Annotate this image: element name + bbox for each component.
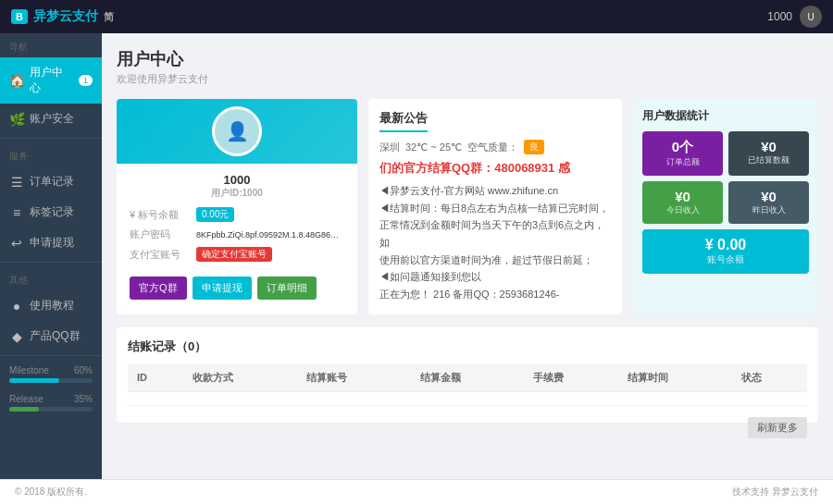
sidebar-label-tag-records: 标签记录 (30, 204, 74, 220)
order-records-button[interactable]: 订单明细 (257, 277, 317, 300)
weather-bar: 深圳 32℃ ~ 25℃ 空气质量： 良 (379, 140, 611, 154)
sidebar-label-usage-tutorial: 使用教程 (30, 298, 74, 313)
sidebar-item-usage-tutorial[interactable]: ● 使用教程 (0, 290, 102, 321)
stat-label-yesterday-income: 昨日收入 (736, 204, 802, 216)
alipay-tag[interactable]: 确定支付宝账号 (196, 247, 272, 262)
release-label: Release (9, 394, 44, 404)
page-subtitle: 欢迎使用异梦云支付 (117, 72, 818, 86)
sidebar-item-product-qq[interactable]: ◆ 产品QQ群 (0, 321, 102, 351)
qq-icon: ◆ (9, 329, 24, 344)
footer-copyright: © 2018 版权所有. (15, 486, 87, 498)
announce-line-4: ◀如问题通知接到您以 (379, 268, 611, 286)
announce-line-0: ◀异梦云支付-官方网站 www.zhifune.cn (379, 182, 611, 200)
brand-icon: B (11, 9, 28, 24)
sidebar-label-product-qq: 产品QQ群 (30, 328, 81, 344)
weather-temp: 32℃ ~ 25℃ (405, 141, 462, 154)
load-more-button[interactable]: 刷新更多 (748, 417, 807, 438)
stat-box-yesterday-income: ¥0 昨日收入 (728, 181, 809, 224)
weather-desc: 空气质量： (467, 141, 518, 154)
official-qq-button[interactable]: 官方Q群 (130, 277, 187, 300)
sidebar-section-service: 服务 (0, 142, 102, 166)
apply-icon: ↩ (9, 236, 24, 251)
col-status: 状态 (732, 364, 807, 392)
lang-label[interactable]: 简 (104, 10, 114, 24)
sidebar-item-order-records[interactable]: ☰ 订单记录 (0, 166, 102, 197)
apply-withdraw-button[interactable]: 申请提现 (193, 277, 252, 300)
coin-count: 1000 (767, 10, 792, 23)
sidebar-label-apply: 申请提现 (30, 235, 74, 251)
col-id: ID (128, 364, 183, 392)
announcement-highlight: 们的官方结算QQ群：480068931 感 (379, 160, 611, 177)
announce-line-5: 正在为您！ 216 备用QQ：2593681246- (379, 286, 611, 303)
announce-line-1: ◀结算时间：每日8点左右为点核一结算已完时间， (379, 200, 611, 217)
leaf-icon: 🌿 (9, 112, 24, 127)
sidebar-label-order-records: 订单记录 (30, 174, 74, 190)
user-id-display: 1000 用户ID:1000 (130, 173, 344, 200)
avatar-icon: 👤 (226, 120, 249, 142)
sidebar-item-apply[interactable]: ↩ 申请提现 (0, 227, 102, 258)
records-title: 结账记录（0） (128, 338, 807, 355)
password-value: 8KFpbb.ZiQi.8pf.09592M.1.8.48G86RQm (196, 230, 344, 240)
home-icon: 🏠 (9, 73, 24, 88)
avatar[interactable]: U (800, 6, 822, 28)
milestone-bar-fill (9, 378, 59, 383)
alipay-field: 支付宝账号 确定支付宝账号 (130, 247, 344, 262)
tag-icon: ≡ (9, 205, 24, 220)
release-percent: 35% (74, 394, 93, 404)
stat-val-yesterday-income: ¥0 (736, 189, 802, 204)
col-time: 结算时间 (618, 364, 732, 392)
milestone-progress: Milestone 60% (0, 360, 102, 388)
stat-box-today-income: ¥0 今日收入 (642, 181, 723, 224)
col-payment-method: 收款方式 (183, 364, 297, 392)
user-card-body: 1000 用户ID:1000 ¥ 标号余额 0.00元 账户密码 8KFpbb.… (117, 164, 357, 277)
announce-line-3: 使用前以官方渠道时间为准，超过节假日前延； (379, 252, 611, 269)
avatar: 👤 (212, 106, 262, 156)
sidebar-item-account-security[interactable]: 🌿 账户安全 (0, 104, 102, 134)
stat-val-today-income: ¥0 (650, 189, 715, 204)
col-fee: 手续费 (524, 364, 618, 392)
release-bar-fill (9, 407, 39, 412)
alipay-label: 支付宝账号 (130, 248, 196, 262)
brand-name: 异梦云支付 (33, 8, 98, 25)
announcement-body: ◀异梦云支付-官方网站 www.zhifune.cn ◀结算时间：每日8点左右为… (379, 182, 611, 303)
stat-val-order-unsettled: ¥0 (736, 139, 802, 154)
footer-support: 技术支持 异梦云支付 (732, 486, 818, 498)
sidebar-divider-2 (0, 262, 102, 263)
sidebar-label-account-security: 账户安全 (30, 111, 74, 127)
weather-city: 深圳 (379, 141, 400, 154)
records-card: 结账记录（0） ID 收款方式 结算账号 结算金额 手续费 结算时间 状态 (117, 327, 818, 423)
stat-val-order-total: 0个 (650, 139, 715, 156)
stat-total-value: ¥ 0.00 (650, 237, 802, 253)
sidebar: 导航 🏠 用户中心 1 🌿 账户安全 服务 ☰ 订单记录 ≡ 标签记录 ↩ 申请… (0, 33, 102, 479)
stats-title: 用户数据统计 (642, 108, 809, 124)
balance-label: ¥ 标号余额 (130, 208, 196, 222)
topbar: B 异梦云支付 简 1000 U (0, 0, 833, 33)
stat-total: ¥ 0.00 账号余额 (642, 229, 809, 274)
topbar-right: 1000 U (767, 6, 822, 28)
stats-panel: 用户数据统计 0个 订单总额 ¥0 已结算数额 ¥0 今日收入 (633, 99, 818, 314)
sidebar-divider-3 (0, 355, 102, 356)
stat-label-order-unsettled: 已结算数额 (736, 154, 802, 166)
records-table: ID 收款方式 结算账号 结算金额 手续费 结算时间 状态 (128, 364, 807, 406)
milestone-percent: 60% (74, 365, 93, 375)
stat-box-order-total: 0个 订单总额 (642, 131, 723, 176)
sidebar-item-user-center[interactable]: 🏠 用户中心 1 (0, 57, 102, 104)
release-progress: Release 35% (0, 388, 102, 417)
brand-logo: B 异梦云支付 简 (11, 8, 114, 25)
sidebar-badge-user-center: 1 (79, 75, 93, 86)
balance-field: ¥ 标号余额 0.00元 (130, 207, 344, 222)
user-card-actions: 官方Q群 申请提现 订单明细 (117, 277, 357, 311)
user-id-label: 用户ID:1000 (130, 187, 344, 200)
stat-label-order-total: 订单总额 (650, 156, 715, 168)
stat-total-label: 账号余额 (650, 253, 802, 266)
main-content: 用户中心 欢迎使用异梦云支付 👤 1000 用户ID:1000 ¥ 标号余额 (102, 33, 833, 479)
col-account: 结算账号 (297, 364, 411, 392)
weather-badge: 良 (524, 140, 544, 154)
records-empty (128, 391, 807, 405)
announcement-title: 最新公告 (379, 110, 428, 132)
sidebar-item-tag-records[interactable]: ≡ 标签记录 (0, 197, 102, 227)
balance-tag: 0.00元 (196, 207, 234, 222)
milestone-label: Milestone (9, 365, 49, 375)
sidebar-section-other: 其他 (0, 266, 102, 290)
col-amount: 结算金额 (411, 364, 525, 392)
